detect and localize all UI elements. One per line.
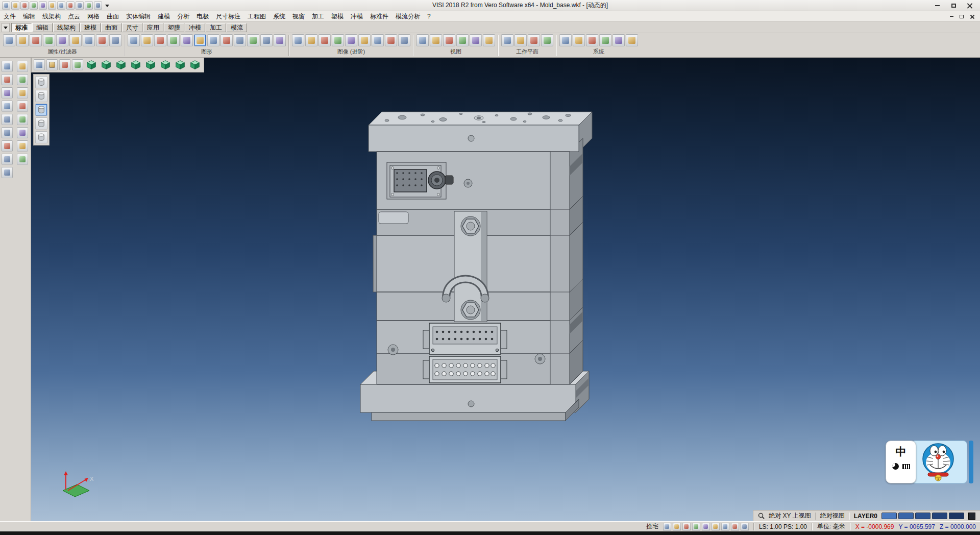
menu-wireframe[interactable]: 线架构 xyxy=(39,11,64,22)
layer-color-swatch[interactable] xyxy=(898,513,914,519)
workplane-align-icon[interactable] xyxy=(514,34,527,46)
menu-flow-analysis[interactable]: 模流分析 xyxy=(392,11,424,22)
funnel-filter-icon[interactable] xyxy=(56,34,68,46)
point-tool-icon[interactable] xyxy=(2,140,13,152)
link-icon[interactable] xyxy=(274,34,286,46)
trim-tool-icon[interactable] xyxy=(17,61,28,72)
import-icon[interactable] xyxy=(57,2,65,10)
view-manager-icon[interactable] xyxy=(483,34,495,46)
menu-system[interactable]: 系统 xyxy=(270,11,289,22)
hidden-line-icon[interactable] xyxy=(181,34,193,46)
tab-application[interactable]: 应用 xyxy=(143,23,163,32)
grid-settings-icon[interactable] xyxy=(586,34,598,46)
view-front-icon[interactable] xyxy=(114,59,128,71)
palette-tool-icon[interactable] xyxy=(17,154,28,165)
export-icon[interactable] xyxy=(66,2,75,10)
snap-label[interactable]: 拴宅 xyxy=(646,522,658,531)
section-tool-icon[interactable] xyxy=(17,127,28,138)
ime-widget[interactable]: 中 xyxy=(886,441,973,483)
tab-modeling[interactable]: 建模 xyxy=(80,23,101,32)
view-target-icon[interactable] xyxy=(72,59,83,70)
close-button[interactable] xyxy=(962,1,978,10)
render-wireframe-icon[interactable] xyxy=(292,34,304,46)
brush-mini-icon[interactable] xyxy=(682,523,691,531)
qat-dropdown[interactable] xyxy=(103,2,111,10)
mold-base-model[interactable] xyxy=(356,105,606,427)
pan-view-icon[interactable] xyxy=(456,34,469,46)
view-top-icon[interactable] xyxy=(100,59,113,71)
ghost-display-icon[interactable] xyxy=(194,34,206,46)
menu-mold[interactable]: 塑模 xyxy=(328,11,347,22)
menu-dimension[interactable]: 尺寸标注 xyxy=(212,11,244,22)
search-icon[interactable] xyxy=(758,513,765,519)
help-mini-icon[interactable] xyxy=(692,523,700,531)
shaded-display-icon[interactable] xyxy=(167,34,180,46)
axis-tool-icon[interactable] xyxy=(2,87,13,99)
mdi-minimize-button[interactable] xyxy=(946,13,957,20)
tab-molding[interactable]: 塑膜 xyxy=(164,23,184,32)
tab-dimension[interactable]: 尺寸 xyxy=(122,23,142,32)
workplane-view-icon[interactable] xyxy=(541,34,553,46)
viewport-3d[interactable]: X 中 xyxy=(31,58,980,521)
menu-surface[interactable]: 曲面 xyxy=(103,11,122,22)
open-document-icon[interactable] xyxy=(11,2,19,10)
layer-filter-icon[interactable] xyxy=(96,34,108,46)
menu-die[interactable]: 冲模 xyxy=(347,11,366,22)
tab-flow[interactable]: 模流 xyxy=(227,23,247,32)
menu-help[interactable]: ? xyxy=(424,12,434,21)
modify-tool-icon[interactable] xyxy=(17,87,28,99)
tab-standard[interactable]: 标准 xyxy=(11,23,32,32)
new-document-icon[interactable] xyxy=(2,2,10,10)
viewport-layout[interactable] xyxy=(46,59,58,70)
render-gouraud-icon[interactable] xyxy=(318,34,331,46)
tab-die[interactable]: 冲模 xyxy=(185,23,205,32)
view-back-icon[interactable] xyxy=(159,59,172,71)
display-filter-solid-icon[interactable] xyxy=(35,104,47,116)
raster-icon[interactable] xyxy=(612,34,625,46)
viewport-menu[interactable] xyxy=(34,59,45,70)
tab-wireframe[interactable]: 线架构 xyxy=(53,23,80,32)
menu-modeling[interactable]: 建模 xyxy=(154,11,174,22)
pencil-mini-icon[interactable] xyxy=(702,523,710,531)
zoom-previous-icon[interactable] xyxy=(443,34,455,46)
display-filter-surface-icon[interactable] xyxy=(35,117,47,130)
active-color-indicator[interactable] xyxy=(968,513,975,520)
print-preview-icon[interactable] xyxy=(48,2,56,10)
sheet-a-icon[interactable] xyxy=(220,34,233,46)
surface-tool-icon[interactable] xyxy=(2,114,13,125)
render-reflection-icon[interactable] xyxy=(358,34,371,46)
color-palette-icon[interactable] xyxy=(559,34,572,46)
active-layer-label[interactable]: LAYER0 xyxy=(854,513,877,520)
menu-mesh[interactable]: 网格 xyxy=(84,11,103,22)
snap-tool-icon[interactable] xyxy=(17,140,28,152)
render-section-icon[interactable] xyxy=(372,34,384,46)
dynamic-hide-icon[interactable] xyxy=(207,34,219,46)
ime-moon-icon[interactable] xyxy=(892,463,899,470)
workplane-standard-icon[interactable] xyxy=(501,34,513,46)
attribute-eraser-icon[interactable] xyxy=(109,34,121,46)
screen-mini-icon[interactable] xyxy=(663,523,671,531)
rotate-view-icon[interactable] xyxy=(470,34,482,46)
grid-mini-icon[interactable] xyxy=(741,523,749,531)
render-flat-icon[interactable] xyxy=(305,34,317,46)
wireframe-display-icon[interactable] xyxy=(154,34,166,46)
mdi-restore-button[interactable] xyxy=(957,13,967,20)
attribute-stamp-icon[interactable] xyxy=(16,34,29,46)
options-icon[interactable] xyxy=(94,2,102,10)
tab-overflow-button[interactable] xyxy=(2,23,10,32)
layer-color-swatch[interactable] xyxy=(881,513,897,519)
cube-mini-icon[interactable] xyxy=(712,523,720,531)
ungroup-icon[interactable] xyxy=(260,34,273,46)
display-filter-all-icon[interactable] xyxy=(35,76,47,88)
draft-face-icon[interactable] xyxy=(626,34,638,46)
menu-analysis[interactable]: 分析 xyxy=(174,11,193,22)
ime-side-tab[interactable] xyxy=(969,441,973,483)
display-filter-point-icon[interactable] xyxy=(35,131,47,143)
workplane-3point-icon[interactable] xyxy=(528,34,540,46)
ime-status-pill[interactable]: 中 xyxy=(886,441,916,483)
material-sphere-icon[interactable] xyxy=(573,34,585,46)
ime-keyboard-icon[interactable] xyxy=(902,464,910,469)
view-iso-icon[interactable] xyxy=(85,59,98,71)
tab-machining[interactable]: 加工 xyxy=(206,23,226,32)
curve-tool-icon[interactable] xyxy=(2,127,13,138)
